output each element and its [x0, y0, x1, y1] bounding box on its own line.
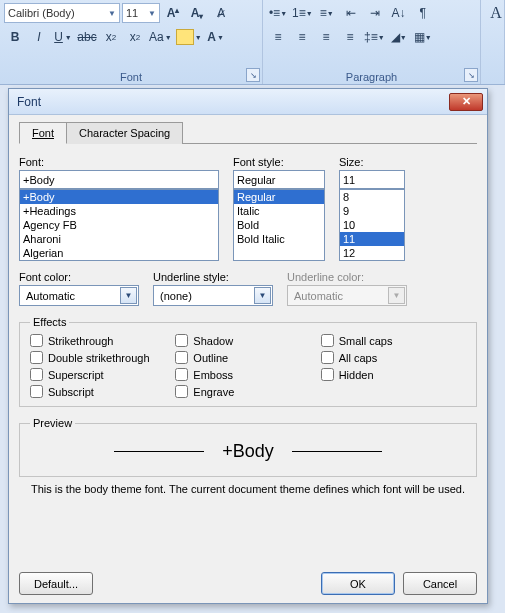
checkbox-engrave[interactable]: Engrave [175, 385, 320, 398]
checkbox-strikethrough[interactable]: Strikethrough [30, 334, 175, 347]
tab-character-spacing[interactable]: Character Spacing [66, 122, 183, 144]
list-item[interactable]: 9 [340, 204, 404, 218]
size-input[interactable]: 11 [339, 170, 405, 189]
chevron-down-icon: ▼ [254, 287, 271, 304]
size-listbox[interactable]: 8 9 10 11 12 [339, 189, 405, 261]
checkbox-all-caps[interactable]: All caps [321, 351, 466, 364]
list-item[interactable]: Bold Italic [234, 232, 324, 246]
bullets-button[interactable]: •≡▼ [267, 2, 289, 24]
chevron-down-icon: ▼ [120, 287, 137, 304]
list-item[interactable]: Agency FB [20, 218, 218, 232]
line-spacing-button[interactable]: ‡≡▼ [363, 26, 386, 48]
font-size-combo[interactable]: 11 ▼ [122, 3, 160, 23]
font-label: Font: [19, 156, 219, 168]
underline-color-label: Underline color: [287, 271, 407, 283]
strikethrough-button[interactable]: abc [76, 26, 98, 48]
show-marks-button[interactable]: ¶ [412, 2, 434, 24]
tab-font[interactable]: Font [19, 122, 67, 144]
ribbon-group-label: Font [0, 71, 262, 83]
preview-baseline [292, 451, 382, 452]
font-dialog-launcher[interactable]: ↘ [246, 68, 260, 82]
subscript-button[interactable]: x2 [100, 26, 122, 48]
preview-group: Preview +Body [19, 417, 477, 477]
checkbox-small-caps[interactable]: Small caps [321, 334, 466, 347]
shrink-font-button[interactable]: A▾ [186, 2, 208, 24]
effects-legend: Effects [30, 316, 69, 328]
list-item[interactable]: 8 [340, 190, 404, 204]
size-label: Size: [339, 156, 405, 168]
underline-color-dropdown: Automatic ▼ [287, 285, 407, 306]
clear-formatting-button[interactable]: A̷ [210, 2, 232, 24]
sort-button[interactable]: A↓ [388, 2, 410, 24]
font-name-combo[interactable]: Calibri (Body) ▼ [4, 3, 120, 23]
font-color-dropdown[interactable]: Automatic ▼ [19, 285, 139, 306]
checkbox-superscript[interactable]: Superscript [30, 368, 175, 381]
underline-button[interactable]: U▼ [52, 26, 74, 48]
shading-button[interactable]: ◢▼ [388, 26, 410, 48]
list-item[interactable]: +Headings [20, 204, 218, 218]
font-style-input[interactable]: Regular [233, 170, 325, 189]
preview-note: This is the body theme font. The current… [19, 483, 477, 495]
styles-placeholder[interactable]: A [485, 2, 505, 24]
font-color-button[interactable]: A▼ [205, 26, 227, 48]
checkbox-hidden[interactable]: Hidden [321, 368, 466, 381]
underline-style-dropdown[interactable]: (none) ▼ [153, 285, 273, 306]
default-button[interactable]: Default... [19, 572, 93, 595]
align-left-button[interactable]: ≡ [267, 26, 289, 48]
multilevel-list-button[interactable]: ≡▼ [316, 2, 338, 24]
preview-text: +Body [222, 441, 274, 462]
preview-sample-area: +Body [30, 441, 466, 462]
cancel-button[interactable]: Cancel [403, 572, 477, 595]
list-item[interactable]: 11 [340, 232, 404, 246]
chevron-down-icon: ▼ [108, 9, 116, 18]
font-listbox[interactable]: +Body +Headings Agency FB Aharoni Algeri… [19, 189, 219, 261]
numbering-button[interactable]: 1≡▼ [291, 2, 314, 24]
chevron-down-icon: ▼ [148, 9, 156, 18]
ok-button[interactable]: OK [321, 572, 395, 595]
align-right-button[interactable]: ≡ [315, 26, 337, 48]
list-item[interactable]: 12 [340, 246, 404, 260]
highlight-icon [176, 29, 194, 45]
list-item[interactable]: Algerian [20, 246, 218, 260]
checkbox-double-strikethrough[interactable]: Double strikethrough [30, 351, 175, 364]
list-item[interactable]: 10 [340, 218, 404, 232]
ribbon-group-paragraph: •≡▼ 1≡▼ ≡▼ ⇤ ⇥ A↓ ¶ ≡ ≡ ≡ ≡ ‡≡▼ ◢▼ ▦▼ Pa… [263, 0, 481, 84]
borders-button[interactable]: ▦▼ [412, 26, 434, 48]
bold-button[interactable]: B [4, 26, 26, 48]
paragraph-dialog-launcher[interactable]: ↘ [464, 68, 478, 82]
checkbox-subscript[interactable]: Subscript [30, 385, 175, 398]
increase-indent-button[interactable]: ⇥ [364, 2, 386, 24]
list-item[interactable]: Aharoni [20, 232, 218, 246]
superscript-button[interactable]: x2 [124, 26, 146, 48]
change-case-button[interactable]: Aa▼ [148, 26, 173, 48]
decrease-indent-button[interactable]: ⇤ [340, 2, 362, 24]
checkbox-shadow[interactable]: Shadow [175, 334, 320, 347]
list-item[interactable]: +Body [20, 190, 218, 204]
italic-button[interactable]: I [28, 26, 50, 48]
preview-legend: Preview [30, 417, 75, 429]
dialog-title: Font [17, 95, 41, 109]
highlight-button[interactable]: ▼ [175, 26, 203, 48]
font-input[interactable]: +Body [19, 170, 219, 189]
ribbon-group-font: Calibri (Body) ▼ 11 ▼ A▴ A▾ A̷ B I U▼ ab… [0, 0, 263, 84]
list-item[interactable]: Regular [234, 190, 324, 204]
close-button[interactable]: ✕ [449, 93, 483, 111]
preview-baseline [114, 451, 204, 452]
underline-style-label: Underline style: [153, 271, 273, 283]
align-center-button[interactable]: ≡ [291, 26, 313, 48]
list-item[interactable]: Bold [234, 218, 324, 232]
font-style-listbox[interactable]: Regular Italic Bold Bold Italic [233, 189, 325, 261]
list-item[interactable]: Italic [234, 204, 324, 218]
ribbon: Calibri (Body) ▼ 11 ▼ A▴ A▾ A̷ B I U▼ ab… [0, 0, 505, 85]
checkbox-outline[interactable]: Outline [175, 351, 320, 364]
close-icon: ✕ [462, 95, 471, 108]
font-name-value: Calibri (Body) [8, 7, 75, 19]
chevron-down-icon: ▼ [388, 287, 405, 304]
checkbox-emboss[interactable]: Emboss [175, 368, 320, 381]
font-dialog: Font ✕ Font Character Spacing Font: +Bod… [8, 88, 488, 604]
font-color-label: Font color: [19, 271, 139, 283]
dialog-titlebar: Font ✕ [9, 89, 487, 115]
grow-font-button[interactable]: A▴ [162, 2, 184, 24]
dialog-tabs: Font Character Spacing [19, 121, 477, 144]
justify-button[interactable]: ≡ [339, 26, 361, 48]
